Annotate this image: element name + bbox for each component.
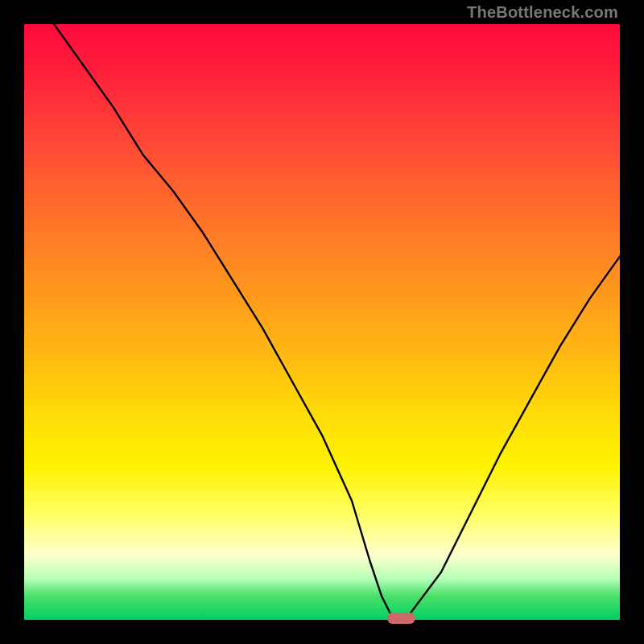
watermark-text: TheBottleneck.com (467, 3, 618, 22)
bottleneck-curve (54, 24, 620, 620)
optimal-marker (387, 613, 415, 624)
chart-overlay (24, 24, 620, 620)
chart-frame: TheBottleneck.com (0, 0, 644, 644)
